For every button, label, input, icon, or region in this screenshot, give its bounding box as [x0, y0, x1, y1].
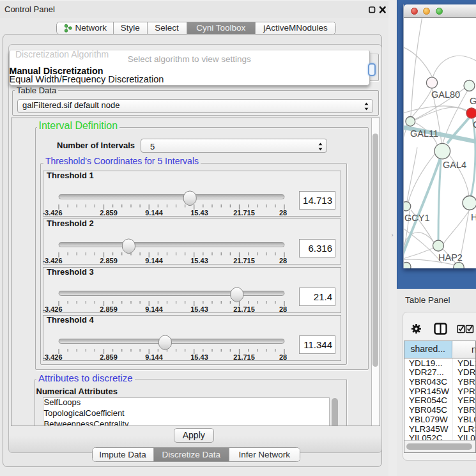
svg-text:9.144: 9.144 [145, 209, 163, 217]
svg-text:GAL80: GAL80 [431, 89, 460, 99]
svg-text:9.144: 9.144 [145, 257, 163, 265]
svg-text:15.43: 15.43 [190, 257, 208, 265]
svg-text:28: 28 [279, 257, 287, 265]
svg-text:GAL11: GAL11 [410, 128, 438, 138]
svg-text:9.144: 9.144 [145, 353, 163, 361]
svg-text:2.859: 2.859 [100, 305, 118, 313]
svg-text:28: 28 [279, 305, 287, 313]
svg-text:-3.426: -3.426 [43, 257, 63, 265]
svg-text:C: C [473, 119, 476, 129]
svg-text:9.144: 9.144 [145, 305, 163, 313]
svg-text:21.715: 21.715 [233, 305, 255, 313]
svg-text:H: H [471, 211, 476, 222]
svg-text:GA: GA [470, 95, 476, 105]
svg-text:-3.426: -3.426 [43, 209, 63, 217]
svg-text:15.43: 15.43 [190, 305, 208, 313]
svg-text:15.43: 15.43 [190, 353, 208, 361]
svg-text:2.859: 2.859 [100, 353, 118, 361]
svg-text:-3.426: -3.426 [43, 305, 63, 313]
svg-text:HAP2: HAP2 [438, 252, 463, 262]
svg-text:GAL4: GAL4 [443, 159, 466, 169]
svg-text:21.715: 21.715 [233, 353, 255, 361]
svg-text:15.43: 15.43 [190, 209, 208, 217]
svg-text:28: 28 [279, 353, 287, 361]
svg-text:-3.426: -3.426 [43, 353, 63, 361]
svg-text:21.715: 21.715 [233, 209, 255, 217]
svg-text:21.715: 21.715 [233, 257, 255, 265]
svg-text:2.859: 2.859 [100, 209, 118, 217]
svg-text:28: 28 [279, 209, 287, 217]
svg-text:GCY1: GCY1 [404, 212, 430, 222]
svg-text:2.859: 2.859 [100, 257, 118, 265]
